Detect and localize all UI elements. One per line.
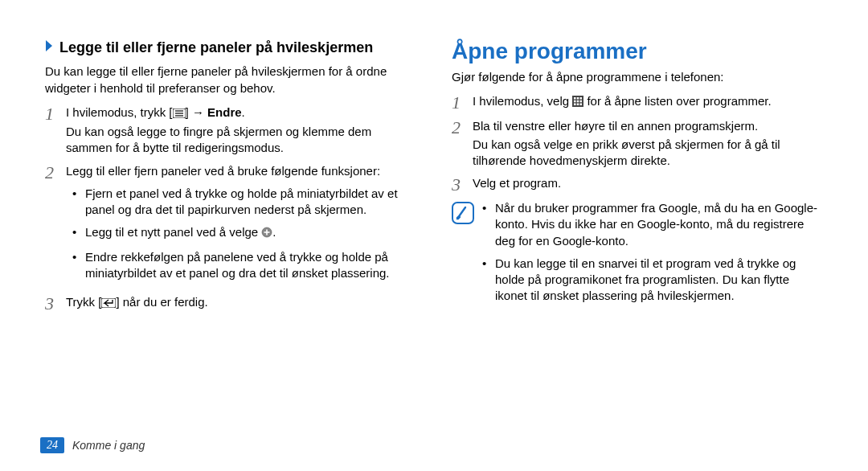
step-extra: Du kan også legge to fingre på skjermen … [66, 124, 416, 157]
left-column: Legge til eller fjerne paneler på hviles… [45, 39, 416, 319]
step-number: 1 [452, 93, 473, 112]
svg-rect-10 [577, 97, 579, 100]
svg-rect-17 [580, 104, 583, 106]
apps-grid-icon [572, 95, 583, 111]
svg-rect-9 [574, 97, 576, 100]
right-intro: Gjør følgende for å åpne programmene i t… [452, 69, 823, 85]
step-text: for å åpne listen over programmer. [583, 94, 771, 108]
page-footer: 24 Komme i gang [40, 437, 145, 453]
left-step-2: 2 Legg til eller fjern paneler ved å bru… [45, 163, 416, 289]
step-text: I hvilemodus, trykk [ [66, 105, 173, 119]
bullet-text: Legg til et nytt panel ved å velge [85, 225, 261, 239]
chevron-icon [45, 39, 55, 57]
bullet-text: Endre rekkefølgen på panelene ved å tryk… [85, 249, 416, 282]
bullet-text: . [272, 225, 276, 239]
bullet-icon: • [482, 200, 495, 249]
svg-rect-13 [577, 100, 579, 103]
step-bold: Endre [207, 105, 242, 119]
menu-key-icon [173, 106, 186, 122]
bullet-icon: • [72, 224, 85, 242]
bullet-text: Du kan legge til en snarvei til et progr… [495, 256, 823, 305]
bullet-item: • Endre rekkefølgen på panelene ved å tr… [72, 249, 416, 282]
svg-rect-11 [580, 97, 583, 100]
bullet-item: • Legg til et nytt panel ved å velge . [72, 224, 416, 242]
left-subheading: Legge til eller fjerne paneler på hviles… [45, 39, 416, 57]
add-circle-icon [261, 226, 272, 242]
svg-rect-14 [580, 100, 583, 103]
bullet-text: Fjern et panel ved å trykke og holde på … [85, 186, 416, 219]
bullet-text: Når du bruker programmer fra Google, må … [495, 200, 823, 249]
step-text: Velg et program. [473, 175, 823, 194]
step-text: Legg til eller fjern paneler ved å bruke… [66, 163, 416, 179]
left-step-3: 3 Trykk [] når du er ferdig. [45, 294, 416, 313]
subheading-text: Legge til eller fjerne paneler på hviles… [59, 39, 416, 57]
step-number: 3 [45, 294, 66, 313]
bullet-icon: • [482, 256, 495, 305]
step-number: 1 [45, 104, 66, 157]
step-text: . [242, 105, 245, 119]
page-spread: Legge til eller fjerne paneler på hviles… [0, 0, 868, 335]
note-block: • Når du bruker programmer fra Google, m… [452, 200, 823, 311]
step-text: Trykk [ [66, 295, 101, 309]
step-number: 2 [452, 118, 473, 169]
bullet-item: • Du kan legge til en snarvei til et pro… [482, 256, 823, 305]
right-heading: Åpne programmer [452, 39, 823, 64]
step-number: 2 [45, 163, 66, 289]
step-number: 3 [452, 175, 473, 194]
step-extra: Du kan også velge en prikk øverst på skj… [473, 137, 823, 170]
step-text: ] når du er ferdig. [116, 295, 207, 309]
bullet-item: • Når du bruker programmer fra Google, m… [482, 200, 823, 249]
footer-section: Komme i gang [72, 439, 145, 452]
right-step-2: 2 Bla til venstre eller høyre til en ann… [452, 118, 823, 169]
right-step-1: 1 I hvilemodus, velg for å åpne listen o… [452, 93, 823, 112]
left-intro: Du kan legge til eller fjerne paneler på… [45, 63, 416, 96]
right-column: Åpne programmer Gjør følgende for å åpne… [452, 39, 823, 319]
svg-rect-15 [574, 104, 576, 106]
step-text: I hvilemodus, velg [473, 94, 572, 108]
left-step-1: 1 I hvilemodus, trykk [] → Endre. Du kan… [45, 104, 416, 157]
svg-rect-16 [577, 104, 579, 106]
back-key-icon [101, 296, 116, 312]
bullet-icon: • [72, 186, 85, 219]
page-number: 24 [40, 437, 64, 453]
bullet-icon: • [72, 249, 85, 282]
svg-rect-12 [574, 100, 576, 103]
step-text: ] → [186, 105, 208, 119]
bullet-item: • Fjern et panel ved å trykke og holde p… [72, 186, 416, 219]
right-step-3: 3 Velg et program. [452, 175, 823, 194]
note-icon [452, 202, 474, 224]
step-text: Bla til venstre eller høyre til en annen… [473, 118, 823, 134]
svg-rect-18 [452, 203, 473, 223]
